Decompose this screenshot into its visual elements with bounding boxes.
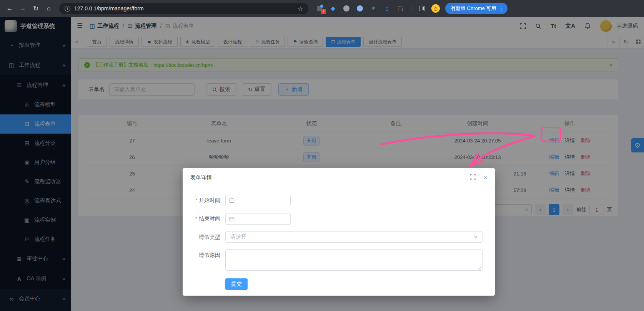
chrome-update-button[interactable]: 有新版 Chrome 可用 ⋮ (445, 3, 508, 14)
end-time-input[interactable] (225, 213, 291, 225)
leave-type-label: 请假类型 (186, 231, 220, 243)
start-time-input[interactable] (225, 195, 291, 206)
dialog-close-icon[interactable]: × (483, 174, 487, 182)
dialog-body: 开始时间 结束时间 请假类型 请选择 ∨ 请假原因 (183, 187, 495, 290)
site-info-icon[interactable]: i (65, 6, 70, 12)
leave-type-select[interactable]: 请选择 ∨ (225, 231, 483, 243)
start-time-label: 开始时间 (186, 194, 220, 206)
chrome-menu-icon[interactable]: ⋮ (496, 5, 506, 12)
calendar-icon (229, 216, 235, 222)
leave-reason-textarea[interactable] (225, 249, 483, 271)
extension-icon[interactable]: ✶ (369, 4, 378, 13)
profile-avatar-icon[interactable]: ☺ (431, 4, 440, 13)
home-icon[interactable]: ⌂ (43, 3, 55, 14)
dialog-header: 表单详情 × (183, 168, 495, 187)
extension-icon[interactable] (342, 4, 351, 13)
field-end-time: 结束时间 (186, 213, 483, 225)
field-leave-type: 请假类型 请选择 ∨ (186, 231, 483, 243)
url-bar[interactable]: i 127.0.0.1/bpm/manager/form ☆ (59, 3, 308, 14)
extensions-puzzle-icon[interactable]: ⬚ (396, 4, 404, 13)
reload-icon[interactable]: ↻ (30, 3, 42, 14)
field-leave-reason: 请假原因 (186, 249, 483, 271)
back-icon[interactable]: ← (4, 3, 15, 14)
calendar-icon (229, 198, 235, 203)
extension-badge: 7 (321, 9, 326, 14)
extension-icon[interactable]: ◆ (329, 4, 337, 13)
dialog-fullscreen-icon[interactable] (470, 174, 476, 181)
extension-icon[interactable]: 7 (315, 4, 324, 13)
url-text: 127.0.0.1/bpm/manager/form (74, 5, 144, 12)
dialog-title: 表单详情 (190, 174, 212, 181)
forward-icon[interactable]: → (17, 3, 28, 14)
form-detail-dialog: 表单详情 × 开始时间 结束时间 请假类型 (183, 168, 495, 296)
field-start-time: 开始时间 (186, 194, 483, 206)
select-placeholder: 请选择 (230, 233, 246, 240)
submit-button[interactable]: 提交 (225, 278, 248, 290)
extension-icon[interactable] (356, 4, 364, 13)
leave-reason-label: 请假原因 (186, 249, 220, 261)
side-panel-icon[interactable] (418, 4, 426, 13)
end-time-label: 结束时间 (186, 213, 220, 225)
chevron-down-icon: ∨ (473, 234, 478, 240)
bookmark-star-icon[interactable]: ☆ (298, 5, 303, 12)
extensions-row: 7 ◆ ✶ ⌄⌄ ⬚ ☺ (315, 4, 440, 13)
browser-chrome: ← → ↻ ⌂ i 127.0.0.1/bpm/manager/form ☆ 7… (0, 0, 644, 17)
screen: ← → ↻ ⌂ i 127.0.0.1/bpm/manager/form ☆ 7… (0, 0, 644, 311)
extension-icon[interactable]: ⌄⌄ (383, 4, 391, 13)
